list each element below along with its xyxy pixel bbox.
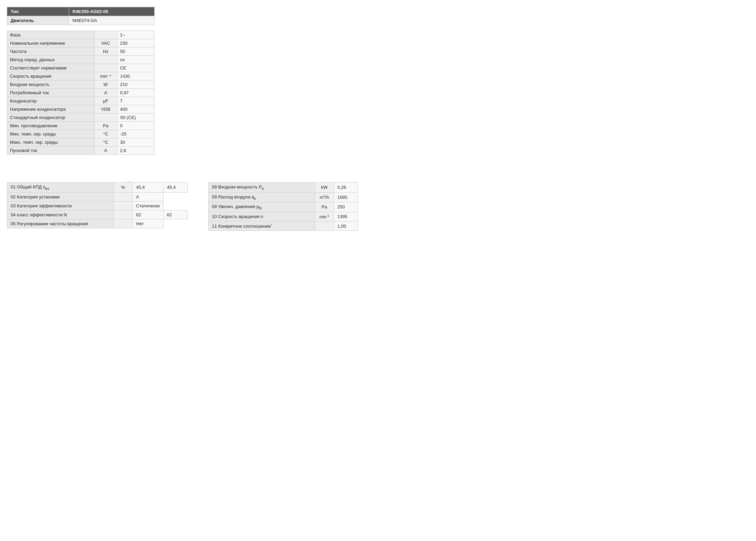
- spec-unit: VDB: [94, 105, 117, 113]
- br-val1: 1395: [334, 212, 358, 221]
- bl-unit: [114, 201, 133, 210]
- spec-unit: Pa: [94, 122, 117, 130]
- bl-unit: [114, 192, 133, 201]
- bl-label: 02 Категория установки: [7, 192, 114, 201]
- spec-value: S0 (CE): [117, 113, 155, 122]
- bl-val2: 62: [163, 210, 187, 219]
- motor-row: Двигатель M4E074-GA: [7, 16, 155, 25]
- spec-label: Пусковой ток: [7, 147, 94, 155]
- specs-row: Номинальное напряжениеVAC230: [7, 39, 155, 47]
- type-row: Тип R4E355-AG02-05: [7, 7, 155, 16]
- bl-val2: 45,4: [163, 183, 187, 193]
- spec-value: 2,6: [117, 147, 155, 155]
- bottom-right-row: 09 Увелич. давления pfsPa250: [208, 202, 358, 212]
- bl-unit: %: [114, 183, 133, 193]
- spec-unit: [94, 64, 117, 72]
- spec-label: Стандартный конденсатор: [7, 113, 94, 122]
- bottom-right-panel: 09 Входная мощность PekW0,2609 Расход во…: [208, 182, 358, 231]
- spec-value: 50: [117, 47, 155, 56]
- bottom-left-table: 01 Общий КПД ηes%45,445,402 Категория ус…: [7, 182, 188, 228]
- bl-unit: [114, 219, 133, 228]
- spec-value: 400: [117, 105, 155, 113]
- specs-row: Мин. противодавлениеPa0: [7, 122, 155, 130]
- spec-label: Номинальное напряжение: [7, 39, 94, 47]
- br-label: 11 Конкретное соотношение*: [208, 221, 315, 231]
- spec-label: Конденсатор: [7, 97, 94, 105]
- bl-val1: Статически: [133, 201, 164, 210]
- spec-label: Фаза: [7, 31, 94, 39]
- main-container: Тип R4E355-AG02-05 Двигатель M4E074-GA Ф…: [7, 7, 749, 231]
- specs-row: Напряжение конденсатораVDB400: [7, 105, 155, 113]
- br-unit: m3/h: [315, 192, 334, 202]
- spec-unit: A: [94, 147, 117, 155]
- specs-row: КонденсаторμF7: [7, 97, 155, 105]
- spec-unit: min⁻¹: [94, 72, 117, 80]
- spec-value: CE: [117, 64, 155, 72]
- spec-value: 210: [117, 80, 155, 89]
- spec-unit: °C: [94, 138, 117, 147]
- spec-unit: VAC: [94, 39, 117, 47]
- spec-value: 230: [117, 39, 155, 47]
- spec-value: 0,97: [117, 89, 155, 97]
- spec-unit: °C: [94, 130, 117, 138]
- spec-label: Напряжение конденсатора: [7, 105, 94, 113]
- bl-label: 01 Общий КПД ηes: [7, 183, 114, 193]
- spec-value: сн: [117, 56, 155, 64]
- specs-row: Скорость вращенияmin⁻¹1430: [7, 72, 155, 80]
- bottom-left-row: 05 Регулирование частоты вращенияНет: [7, 219, 188, 228]
- bl-label: 05 Регулирование частоты вращения: [7, 219, 114, 228]
- spec-value: 1430: [117, 72, 155, 80]
- br-label: 09 Входная мощность Pe: [208, 183, 315, 193]
- type-value: R4E355-AG02-05: [69, 7, 155, 16]
- spec-label: Потребляемый ток: [7, 89, 94, 97]
- spec-unit: [94, 31, 117, 39]
- br-unit: Pa: [315, 202, 334, 212]
- bl-val1: 62: [133, 210, 164, 219]
- specs-row: Потребляемый токA0,97: [7, 89, 155, 97]
- bottom-right-table: 09 Входная мощность PekW0,2609 Расход во…: [208, 182, 358, 231]
- spec-label: Метод опред. данных: [7, 56, 94, 64]
- spec-value: -25: [117, 130, 155, 138]
- br-unit: [315, 221, 334, 231]
- bottom-right-row: 09 Входная мощность PekW0,26: [208, 183, 358, 193]
- specs-row: Фаза1~: [7, 31, 155, 39]
- bottom-left-row: 01 Общий КПД ηes%45,445,4: [7, 183, 188, 193]
- spec-label: Входная мощность: [7, 80, 94, 89]
- spec-unit: Hz: [94, 47, 117, 56]
- bottom-left-row: 02 Категория установкиA: [7, 192, 188, 201]
- spec-label: Мин. противодавление: [7, 122, 94, 130]
- bl-val1: A: [133, 192, 164, 201]
- spec-label: Мин. темп. окр. среды: [7, 130, 94, 138]
- specs-row: Пусковой токA2,6: [7, 147, 155, 155]
- specs-row: ЧастотаHz50: [7, 47, 155, 56]
- br-label: 09 Расход воздуха qv: [208, 192, 315, 202]
- bottom-left-row: 04 класс эффективности N6262: [7, 210, 188, 219]
- spec-unit: [94, 113, 117, 122]
- bottom-right-row: 09 Расход воздуха qvm3/h1685: [208, 192, 358, 202]
- spec-unit: [94, 56, 117, 64]
- specs-row: Метод опред. данныхсн: [7, 56, 155, 64]
- bl-label: 03 Категория эффективности: [7, 201, 114, 210]
- bottom-right-row: 11 Конкретное соотношение*1,00: [208, 221, 358, 231]
- bottom-left-panel: 01 Общий КПД ηes%45,445,402 Категория ус…: [7, 182, 188, 231]
- br-val1: 250: [334, 202, 358, 212]
- spec-value: 0: [117, 122, 155, 130]
- br-label: 09 Увелич. давления pfs: [208, 202, 315, 212]
- bl-unit: [114, 210, 133, 219]
- br-val1: 0,26: [334, 183, 358, 193]
- br-unit: min-1: [315, 212, 334, 221]
- motor-label: Двигатель: [7, 16, 69, 25]
- motor-value: M4E074-GA: [69, 16, 155, 25]
- br-val1: 1685: [334, 192, 358, 202]
- spec-label: Скорость вращения: [7, 72, 94, 80]
- bottom-section: ventcel 01 Общий КПД ηes%45,445,402 Кате…: [7, 182, 749, 231]
- specs-row: Соответствует нормативамCE: [7, 64, 155, 72]
- type-label: Тип: [7, 7, 69, 16]
- specs-row: Стандартный конденсаторS0 (CE): [7, 113, 155, 122]
- bottom-right-row: 10 Скорость вращения nmin-11395: [208, 212, 358, 221]
- spec-label: Макс. темп. окр. среды: [7, 138, 94, 147]
- bl-label: 04 класс эффективности N: [7, 210, 114, 219]
- specs-row: Мин. темп. окр. среды°C-25: [7, 130, 155, 138]
- specs-row: Макс. темп. окр. среды°C30: [7, 138, 155, 147]
- header-table: Тип R4E355-AG02-05 Двигатель M4E074-GA: [7, 7, 155, 25]
